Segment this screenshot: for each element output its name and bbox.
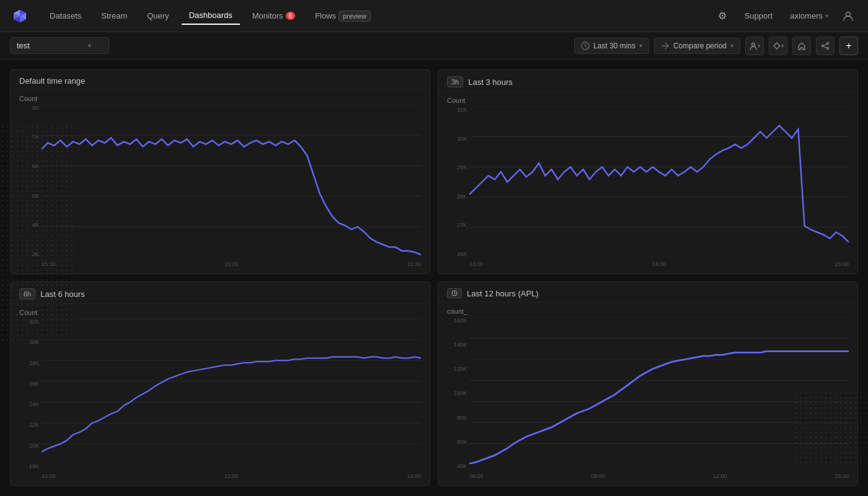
y-label: 6K [19,163,39,169]
x-label: 06:00 [469,473,484,479]
add-panel-btn[interactable]: + [839,37,858,55]
diamond-filter-btn[interactable]: ▾ [769,37,787,55]
y-label: 29K [447,164,467,170]
x-label: 15:00 [835,473,849,479]
flows-preview-badge: preview [339,11,371,22]
home-btn[interactable] [792,37,811,55]
nav-item-flows[interactable]: Flows preview [308,7,378,25]
clock-icon [581,42,590,50]
panel1-title: Default time range [19,76,85,86]
chevron-down-icon: ▾ [639,42,642,49]
panel1-header: Default time range [11,70,430,90]
panel1-chart-area: 8K 7K 6K 5K 4K 3K [19,105,421,270]
x-label: 14:00 [407,473,421,479]
logo[interactable] [10,6,30,26]
nav-item-stream[interactable]: Stream [94,7,135,24]
panel-last-3-hours: 3h Last 3 hours Count 31K 30K 29K 28K 27… [438,69,858,274]
chevron-down-icon: ▾ [758,43,761,49]
panel3-header: 6h Last 6 hours [11,282,430,304]
panel4-chart-area: 160K 140K 120K 100K 80K 60K 40K [447,317,849,482]
y-label: 30K [19,339,39,345]
panel3-body: Count 32K 30K 28K 26K 24K 22K 20K 18K [11,304,430,485]
person-filter-btn[interactable]: ▾ [745,37,764,55]
panel4-badge [447,288,462,298]
x-label: 15:30 [407,261,421,267]
panel3-chart [42,319,421,469]
share-btn[interactable] [816,37,835,55]
y-label: 26K [19,381,39,387]
panel-default-time-range: Default time range Count 8K 7K 6K 5K 4K … [10,69,430,274]
panel1-body: Count 8K 7K 6K 5K 4K 3K [11,90,430,273]
svg-point-4 [827,47,829,49]
toolbar: test ▾ Last 30 mins ▾ Compare period ▾ ▾ [0,32,868,60]
dataset-select-value: test [17,41,30,50]
y-label: 140K [447,342,467,348]
y-label: 3K [19,251,39,257]
y-label: 20K [19,443,39,449]
compare-period-btn[interactable]: Compare period ▾ [654,38,740,54]
compare-icon [661,42,670,50]
panel1-svg [42,105,421,257]
settings-icon[interactable]: ⚙ [712,6,732,26]
time-range-btn[interactable]: Last 30 mins ▾ [574,38,649,54]
navbar: Datasets Stream Query Dashboards Monitor… [0,0,868,32]
panel2-body: Count 31K 30K 29K 28K 27K 26K [438,92,857,273]
panel3-chart-area: 32K 30K 28K 26K 24K 22K 20K 18K [19,319,421,482]
panel2-svg [469,107,849,257]
y-label: 18K [19,463,39,469]
y-label: 27K [447,222,467,228]
y-label: 22K [19,422,39,428]
panel-last-12-hours-apl: Last 12 hours (APL) count_ 160K 140K 120… [438,281,858,486]
chevron-down-icon: ▾ [825,12,828,19]
compare-period-label: Compare period [673,42,727,50]
y-label: 5K [19,193,39,199]
panel1-x-axis: 15:10 15:20 15:30 [42,259,421,270]
panel3-title: Last 6 hours [40,290,85,299]
panel2-badge: 3h [447,76,463,87]
nav-item-query[interactable]: Query [140,7,176,24]
y-label: 30K [447,136,467,142]
panel4-y-axis: 160K 140K 120K 100K 80K 60K 40K [447,317,467,469]
y-label: 8K [19,105,39,111]
nav-item-monitors[interactable]: Monitors 6 [245,7,303,24]
y-label: 28K [19,360,39,366]
x-label: 15:20 [224,261,239,267]
main-content: Default time range Count 8K 7K 6K 5K 4K … [0,60,868,496]
panel4-title: Last 12 hours (APL) [467,289,539,298]
panel2-title: Last 3 hours [468,78,513,87]
x-label: 15:10 [42,261,56,267]
time-range-label: Last 30 mins [593,42,636,50]
x-label: 12:00 [224,473,239,479]
person-icon [749,42,758,50]
panel3-x-axis: 10:00 12:00 14:00 [42,471,421,482]
panel2-chart-area: 31K 30K 29K 28K 27K 26K [447,107,849,270]
panel-last-6-hours: 6h Last 6 hours Count 32K 30K 28K 26K 24… [10,281,430,486]
y-label: 24K [19,401,39,407]
home-icon [797,42,806,50]
panel2-y-axis: 31K 30K 29K 28K 27K 26K [447,107,467,257]
panel2-x-axis: 13:00 14:00 15:00 [469,259,849,270]
chevron-down-icon: ▾ [730,42,733,49]
y-label: 26K [447,251,467,257]
user-menu[interactable]: axiomers ▾ [785,7,833,24]
support-link[interactable]: Support [737,7,781,24]
y-label: 32K [19,319,39,325]
share-icon [821,42,830,50]
svg-point-2 [751,43,755,46]
user-profile-icon[interactable] [838,6,858,26]
clock-icon [451,290,458,296]
y-label: 100K [447,390,467,396]
x-label: 12:00 [713,473,727,479]
panel4-chart [469,317,849,469]
x-label: 09:00 [591,473,605,479]
x-label: 14:00 [652,261,666,267]
dataset-select[interactable]: test ▾ [10,37,109,54]
x-label: 15:00 [835,261,849,267]
monitors-badge: 6 [286,12,296,20]
user-label: axiomers [790,11,823,20]
nav-item-datasets[interactable]: Datasets [42,7,89,24]
nav-item-dashboards[interactable]: Dashboards [182,7,240,25]
panel4-label: count_ [447,308,849,315]
panel3-svg [42,319,421,469]
y-label: 160K [447,317,467,324]
